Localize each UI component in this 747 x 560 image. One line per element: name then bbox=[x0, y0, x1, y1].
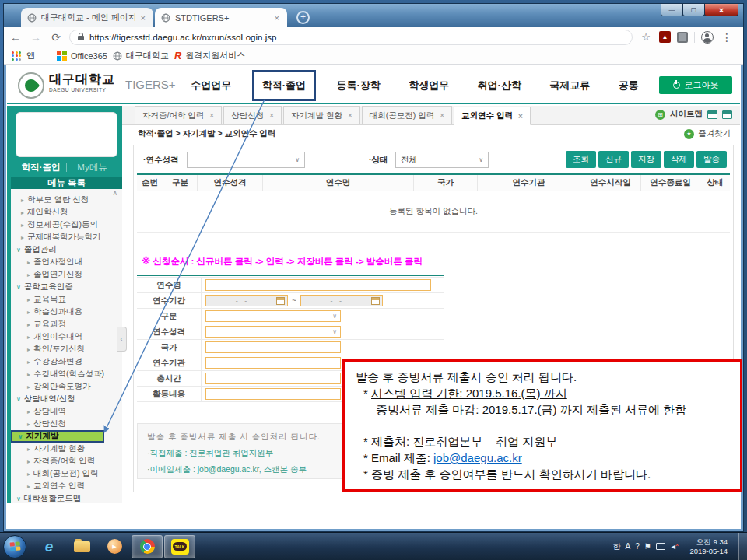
bookmark-office365[interactable]: Office365 bbox=[57, 51, 107, 61]
profile-avatar-icon[interactable] bbox=[701, 31, 714, 44]
sidebar-item[interactable]: ▸확인/포기신청 bbox=[11, 343, 122, 355]
save-button[interactable]: 저장 bbox=[631, 151, 661, 168]
total-hours-input[interactable] bbox=[205, 373, 341, 384]
new-tab-button[interactable]: + bbox=[296, 11, 310, 24]
institution-input[interactable] bbox=[205, 357, 341, 369]
email-link[interactable]: job@daegu.ac.kr bbox=[433, 451, 522, 464]
mdi-tab-off-campus-training[interactable]: 교외연수 입력× bbox=[454, 107, 531, 125]
tab-close-icon[interactable]: × bbox=[139, 13, 147, 23]
action-center-flag-icon[interactable]: ⚑ bbox=[644, 542, 651, 551]
sidebar-item[interactable]: ▸상담신청 bbox=[11, 418, 122, 430]
nav-item-international[interactable]: 국제교류 bbox=[542, 72, 598, 99]
training-nature-select[interactable]: ∨ bbox=[187, 152, 305, 168]
sidebar-collapse-handle[interactable]: ‹ bbox=[117, 327, 127, 352]
mdi-tab-counsel[interactable]: 상담신청× bbox=[223, 106, 282, 124]
tab-close-icon[interactable]: × bbox=[273, 13, 281, 23]
forward-icon[interactable]: → bbox=[29, 31, 43, 44]
nav-item-student-affairs[interactable]: 학생업무 bbox=[401, 72, 457, 99]
sidebar-item[interactable]: ▸학습성과내용 bbox=[11, 306, 122, 318]
address-bar[interactable]: https://tigersstd.daegu.ac.kr/nxrun/ssoL… bbox=[69, 30, 633, 45]
show-desktop-button[interactable] bbox=[738, 533, 747, 560]
send-button[interactable]: 발송 bbox=[696, 151, 727, 168]
mdi-tab-contest[interactable]: 대회(공모전) 입력× bbox=[362, 106, 452, 124]
close-all-windows-icon[interactable] bbox=[722, 110, 732, 119]
start-date-input[interactable]: - - bbox=[205, 295, 288, 306]
display-tray-icon[interactable] bbox=[656, 543, 665, 550]
sidebar-item[interactable]: ▸졸업연기신청 bbox=[11, 268, 122, 281]
sidebar-tab-mymenu[interactable]: My메뉴 bbox=[67, 162, 117, 173]
back-icon[interactable]: ← bbox=[9, 31, 23, 44]
search-button[interactable]: 조회 bbox=[566, 151, 596, 168]
minimize-button[interactable]: — bbox=[661, 4, 683, 16]
maximize-button[interactable]: ▢ bbox=[682, 4, 705, 16]
sitemap-link[interactable]: 사이트맵 bbox=[670, 109, 703, 120]
mdi-tab-certificates[interactable]: 자격증/어학 입력× bbox=[135, 106, 222, 124]
tab-close-icon[interactable]: × bbox=[518, 112, 523, 121]
taskbar-kakaotalk-button[interactable]: TALK bbox=[164, 535, 195, 558]
sidebar-group[interactable]: ∨상담내역/신청 bbox=[11, 393, 122, 405]
ime-mode-indicator[interactable]: A bbox=[626, 542, 631, 551]
sidebar-item[interactable]: ▸수강내역(학습성과) bbox=[11, 368, 122, 380]
nav-item-employment[interactable]: 취업·산학 bbox=[470, 72, 529, 99]
tab-close-icon[interactable]: × bbox=[209, 111, 214, 120]
sidebar-group-self-development[interactable]: ∨자기계발 bbox=[11, 430, 104, 443]
pdf-extension-icon[interactable]: ▲ bbox=[659, 31, 671, 43]
sidebar-item[interactable]: ▸대회(공모전) 입력 bbox=[11, 467, 122, 480]
status-select[interactable]: 전체∨ bbox=[395, 152, 489, 168]
country-input[interactable] bbox=[205, 341, 341, 353]
browser-tab-1[interactable]: 대구대학교 - 메인 페이지 × bbox=[21, 8, 153, 27]
mdi-tab-self-dev-status[interactable]: 자기계발 현황× bbox=[283, 106, 360, 124]
training-name-input[interactable] bbox=[205, 279, 431, 291]
sidebar-item[interactable]: ▸수강강좌변경 bbox=[11, 355, 122, 368]
bookmark-apps[interactable]: 앱 bbox=[26, 50, 35, 61]
nav-item-common[interactable]: 공통 bbox=[611, 72, 647, 99]
sidebar-item-off-campus-training[interactable]: ▸교외연수 입력 bbox=[11, 480, 122, 492]
tab-close-icon[interactable]: × bbox=[440, 111, 444, 120]
sidebar-item[interactable]: ▸교육목표 bbox=[11, 293, 122, 306]
bookmark-remote-support[interactable]: R 원격지원서비스 bbox=[174, 50, 245, 61]
taskbar-ie-button[interactable]: e bbox=[33, 535, 65, 558]
sidebar-group[interactable]: ∨졸업관리 bbox=[11, 243, 122, 256]
activity-input[interactable] bbox=[205, 388, 341, 400]
nav-item-registration[interactable]: 등록·장학 bbox=[328, 72, 388, 99]
start-button[interactable] bbox=[3, 535, 26, 558]
taskbar-clock[interactable]: 오전 9:34 2019-05-14 bbox=[689, 537, 728, 556]
logout-button[interactable]: 로그아웃 bbox=[659, 76, 732, 94]
browser-tab-2[interactable]: STDTIGERS+ × bbox=[155, 8, 287, 27]
sidebar-item[interactable]: ▸재입학신청 bbox=[11, 206, 122, 219]
ime-korean-indicator[interactable]: 한 bbox=[613, 541, 621, 552]
sidebar-item[interactable]: ▸강의만족도평가 bbox=[11, 380, 122, 393]
tab-close-icon[interactable]: × bbox=[348, 111, 352, 120]
sidebar-item[interactable]: ▸졸업사정안내 bbox=[11, 256, 122, 268]
taskbar-chrome-button[interactable] bbox=[132, 535, 163, 558]
close-button[interactable]: × bbox=[704, 4, 738, 16]
sidebar-tab-records[interactable]: 학적·졸업 bbox=[16, 162, 66, 173]
popup-window-icon[interactable] bbox=[707, 110, 717, 119]
refresh-icon[interactable]: ⟳ bbox=[49, 31, 63, 44]
calendar-icon[interactable] bbox=[276, 297, 285, 305]
delete-button[interactable]: 삭제 bbox=[664, 151, 694, 168]
sidebar-item[interactable]: ▸군제대복학가능학기 bbox=[11, 231, 122, 243]
tab-close-icon[interactable]: × bbox=[269, 111, 274, 120]
apps-grid-icon[interactable] bbox=[12, 51, 21, 61]
sidebar-group[interactable]: ∨대학생활로드맵 bbox=[11, 492, 122, 503]
nav-item-records-graduation[interactable]: 학적·졸업 bbox=[252, 70, 316, 101]
taskbar-explorer-button[interactable] bbox=[66, 535, 97, 558]
new-button[interactable]: 신규 bbox=[598, 151, 629, 168]
sidebar-item[interactable]: ▸정보제공(수집)동의 bbox=[11, 219, 122, 231]
help-tray-icon[interactable]: ? bbox=[635, 542, 640, 551]
menu-collapse-icon[interactable]: ∧ bbox=[112, 189, 117, 197]
nature-select[interactable]: ∨ bbox=[205, 326, 341, 338]
sidebar-item[interactable]: ▸자기계발 현황 bbox=[11, 443, 122, 455]
nav-item-classes[interactable]: 수업업무 bbox=[183, 72, 239, 99]
chrome-menu-icon[interactable]: ⋮ bbox=[720, 31, 734, 44]
sidebar-item[interactable]: ▸개인이수내역 bbox=[11, 331, 122, 343]
sidebar-item[interactable]: ▸상담내역 bbox=[11, 405, 122, 418]
sidebar-item[interactable]: ▸학부모 열람 신청 bbox=[11, 194, 122, 206]
calendar-icon[interactable] bbox=[371, 297, 380, 305]
sidebar-group[interactable]: ∨공학교육인증 bbox=[11, 281, 122, 293]
taskbar-media-player-button[interactable]: ▶ bbox=[99, 535, 130, 558]
type-select[interactable]: ∨ bbox=[205, 310, 341, 322]
volume-muted-icon[interactable]: ◄× bbox=[670, 543, 681, 551]
bookmark-daegu-univ[interactable]: 대구대학교 bbox=[113, 50, 169, 61]
